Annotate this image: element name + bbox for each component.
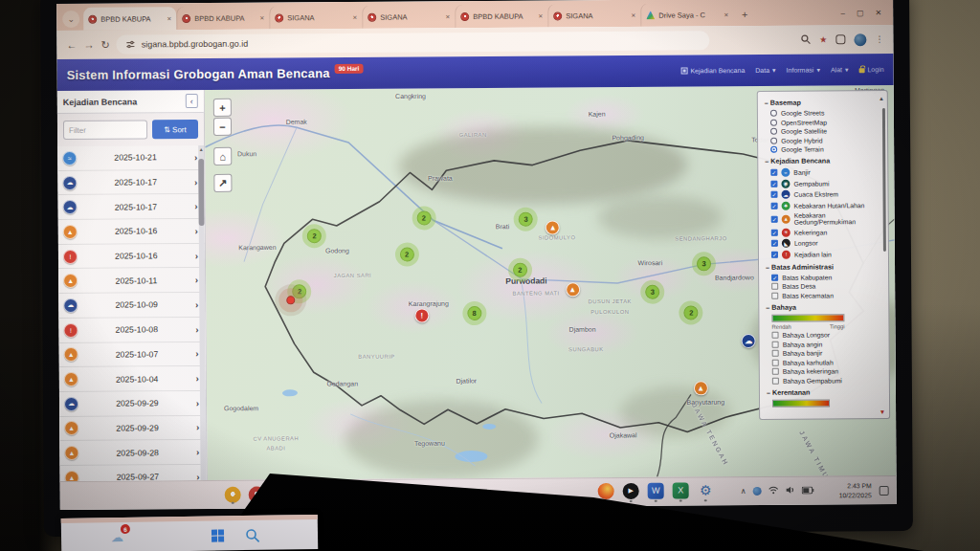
checkbox-icon[interactable]: ✓: [770, 191, 777, 198]
back-icon[interactable]: ←: [66, 39, 77, 51]
chevron-right-icon[interactable]: ›: [195, 324, 198, 335]
batas-option[interactable]: Batas Kecamatan: [771, 292, 881, 299]
word-icon[interactable]: W: [648, 482, 664, 501]
bahaya-option[interactable]: Bahaya Gempabumi: [772, 377, 882, 385]
checkbox-icon[interactable]: [772, 332, 779, 339]
kejadian-layer-option[interactable]: ✓▲Kebakaran Gedung/Permukiman: [771, 211, 881, 226]
checkbox-icon[interactable]: ✓: [770, 169, 777, 176]
zoom-out-button[interactable]: −: [213, 118, 232, 136]
bahaya-option[interactable]: Bahaya angin: [772, 341, 882, 348]
close-window-icon[interactable]: ✕: [875, 9, 881, 17]
tab-close-icon[interactable]: ×: [539, 11, 544, 20]
network-app-icon[interactable]: [753, 487, 762, 496]
event-row[interactable]: ▲2025-10-16›: [58, 219, 205, 245]
event-row[interactable]: ▲2025-10-07›: [59, 342, 206, 367]
radio-icon[interactable]: [770, 119, 777, 125]
checkbox-icon[interactable]: ✓: [770, 180, 777, 187]
notification-center-icon[interactable]: [880, 485, 889, 495]
home-extent-button[interactable]: ⌂: [213, 147, 232, 165]
scrollbar-thumb[interactable]: [198, 159, 204, 226]
address-bar[interactable]: sigana.bpbd.grobogan.go.id: [117, 31, 710, 54]
media-player-icon[interactable]: ▶: [623, 482, 639, 501]
bahaya-section-title[interactable]: – Bahaya: [766, 302, 881, 312]
tab-search-icon[interactable]: ⌄: [62, 11, 79, 28]
nav-item-informasi[interactable]: Informasi▾: [787, 66, 820, 74]
kebakaran-map-marker[interactable]: ▲: [694, 381, 708, 395]
extensions-icon[interactable]: [835, 34, 845, 44]
checkbox-icon[interactable]: ✓: [771, 240, 778, 247]
cluster-marker[interactable]: 2: [513, 263, 527, 277]
nav-item-data[interactable]: Data▾: [755, 66, 775, 74]
bookmark-star-icon[interactable]: ★: [819, 34, 827, 44]
settings-icon[interactable]: ⚙: [698, 482, 714, 501]
search-icon[interactable]: [800, 33, 811, 46]
kejadian-layer-option[interactable]: ✓♣Kebakaran Hutan/Lahan: [771, 201, 881, 210]
tab-close-icon[interactable]: ×: [724, 11, 728, 19]
checkbox-icon[interactable]: [772, 350, 779, 357]
event-row[interactable]: ▲2025-09-27›: [59, 465, 206, 481]
kejadian-layer-option[interactable]: ✓◉Gempabumi: [770, 179, 880, 188]
weather-cloud-icon[interactable]: ☁6: [111, 530, 123, 544]
chevron-right-icon[interactable]: ›: [196, 447, 199, 457]
chevron-right-icon[interactable]: ›: [194, 177, 197, 187]
radio-icon[interactable]: [770, 110, 777, 117]
browser-tab[interactable]: SIGANA×: [547, 4, 640, 28]
chevron-right-icon[interactable]: ›: [194, 201, 197, 211]
maximize-icon[interactable]: ▢: [857, 9, 864, 17]
bahaya-option[interactable]: Bahaya kekeringan: [772, 367, 882, 375]
tab-close-icon[interactable]: ×: [631, 11, 635, 19]
checkbox-icon[interactable]: [772, 368, 779, 375]
laptop-search-icon[interactable]: [245, 527, 260, 542]
firefox-icon[interactable]: [598, 483, 614, 502]
chevron-right-icon[interactable]: ›: [195, 275, 198, 285]
sidebar-scrollbar[interactable]: ▲: [198, 145, 206, 480]
tray-chevron-icon[interactable]: ∧: [741, 487, 746, 496]
kebakaran-map-marker[interactable]: ▲: [546, 220, 560, 234]
tab-close-icon[interactable]: ×: [167, 14, 172, 23]
event-row[interactable]: ▲2025-09-28›: [59, 440, 206, 466]
radio-icon[interactable]: [770, 128, 777, 135]
bahaya-option[interactable]: Bahaya karhutlah: [772, 359, 882, 366]
chevron-right-icon[interactable]: ›: [196, 398, 199, 408]
panel-scroll-up-icon[interactable]: ▲: [879, 96, 884, 101]
zoom-in-button[interactable]: +: [213, 99, 232, 117]
battery-icon[interactable]: [802, 486, 814, 496]
taskbar-clock[interactable]: 2:43 PM 10/22/2025: [839, 481, 872, 499]
filter-input[interactable]: [63, 120, 147, 140]
chevron-right-icon[interactable]: ›: [195, 299, 198, 310]
basemap-section-title[interactable]: – Basemap: [765, 98, 880, 107]
basemap-option[interactable]: Google Satellite: [770, 127, 880, 135]
browser-tab[interactable]: BPBD KABUPA×: [455, 4, 547, 28]
tab-close-icon[interactable]: ×: [446, 12, 451, 21]
profile-avatar[interactable]: [854, 33, 866, 46]
nav-item-alat[interactable]: Alat▾: [831, 66, 849, 74]
kebakaran-map-marker[interactable]: ▲: [566, 282, 580, 297]
kejadian-layer-option[interactable]: ✓!Kejadian lain: [771, 250, 881, 259]
radio-icon[interactable]: [770, 137, 777, 143]
nav-item-kejadian-bencana[interactable]: Kejadian Bencana: [680, 67, 745, 74]
cluster-marker[interactable]: 2: [400, 247, 414, 261]
new-tab-button[interactable]: +: [737, 7, 752, 22]
wifi-icon[interactable]: [768, 486, 779, 496]
batas-option[interactable]: ✓Batas Kabupaten: [771, 274, 881, 281]
nav-item-login[interactable]: Login: [858, 66, 883, 73]
checkbox-icon[interactable]: ✓: [771, 274, 778, 280]
reload-icon[interactable]: ↻: [100, 38, 109, 51]
event-row[interactable]: ☁2025-10-09›: [58, 293, 205, 319]
tab-close-icon[interactable]: ×: [353, 12, 358, 21]
cuaca-map-marker[interactable]: ☁: [742, 333, 756, 347]
cluster-marker[interactable]: 2: [307, 229, 322, 243]
browser-tab[interactable]: SIGANA×: [362, 5, 455, 29]
site-settings-icon[interactable]: [126, 39, 136, 49]
browser-tab[interactable]: BPBD KABUPA×: [176, 7, 269, 31]
batas-option[interactable]: Batas Desa: [771, 282, 881, 290]
checkbox-icon[interactable]: ✓: [771, 229, 778, 235]
event-row[interactable]: ☁2025-09-29›: [59, 391, 206, 417]
bahaya-option[interactable]: Bahaya banjir: [772, 349, 882, 357]
minimize-icon[interactable]: –: [840, 9, 845, 17]
event-row[interactable]: ▲2025-09-29›: [59, 416, 206, 442]
tab-close-icon[interactable]: ×: [260, 13, 265, 22]
browser-tab[interactable]: SIGANA×: [269, 6, 362, 30]
volume-icon[interactable]: [786, 486, 795, 496]
chevron-right-icon[interactable]: ›: [196, 422, 199, 432]
